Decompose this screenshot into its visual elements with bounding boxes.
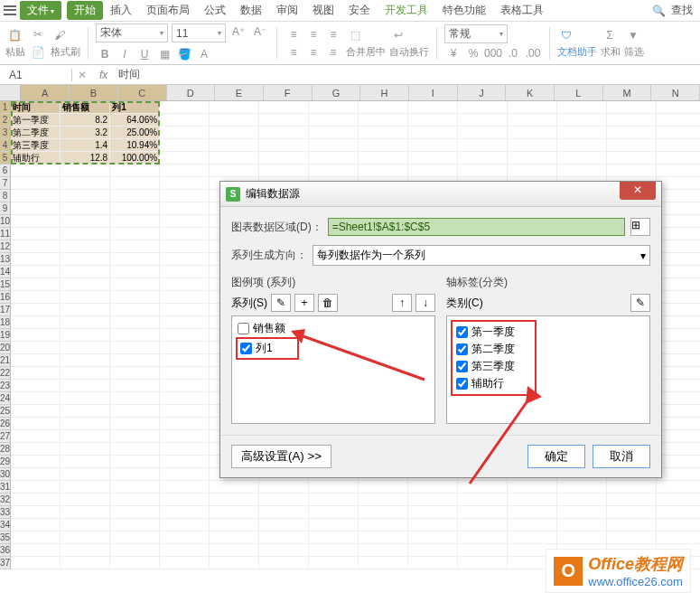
- cell[interactable]: [11, 405, 61, 418]
- cell[interactable]: [309, 152, 359, 165]
- cell[interactable]: [657, 456, 700, 468]
- category-item[interactable]: 第一季度: [454, 324, 533, 341]
- cell[interactable]: [61, 228, 110, 240]
- col-header[interactable]: N: [651, 85, 700, 100]
- cell[interactable]: [309, 519, 359, 531]
- doc-helper-icon[interactable]: 🛡: [557, 27, 575, 43]
- cell[interactable]: [657, 190, 700, 202]
- cell[interactable]: [11, 165, 61, 177]
- cell[interactable]: [61, 544, 110, 557]
- cell[interactable]: [309, 139, 359, 152]
- cell[interactable]: [11, 443, 61, 456]
- cell[interactable]: [309, 114, 359, 127]
- currency-icon[interactable]: ¥: [444, 45, 462, 61]
- cell[interactable]: [160, 291, 210, 304]
- cell[interactable]: [210, 101, 259, 114]
- cell[interactable]: [61, 253, 110, 266]
- cell[interactable]: [557, 139, 607, 152]
- cell[interactable]: [259, 101, 309, 114]
- cell[interactable]: [11, 380, 61, 392]
- cell[interactable]: [607, 506, 657, 519]
- cell[interactable]: [657, 215, 700, 228]
- series-item[interactable]: 销售额: [236, 320, 431, 337]
- cell[interactable]: [11, 468, 61, 481]
- cell[interactable]: [259, 139, 309, 152]
- cell[interactable]: [359, 557, 408, 569]
- series-item[interactable]: 列1: [238, 340, 296, 357]
- cell[interactable]: [61, 215, 110, 228]
- tab-home[interactable]: 开始: [67, 1, 103, 20]
- col-header[interactable]: C: [118, 85, 167, 100]
- tab-insert[interactable]: 插入: [103, 3, 139, 18]
- cell[interactable]: [11, 329, 61, 342]
- cell[interactable]: 8.2: [61, 114, 110, 127]
- cell[interactable]: [110, 418, 160, 430]
- align-left-icon[interactable]: ≡: [285, 44, 303, 61]
- cell[interactable]: [11, 240, 61, 253]
- paste-icon[interactable]: 📋: [5, 27, 23, 43]
- cancel-button[interactable]: 取消: [593, 445, 650, 468]
- row-header[interactable]: 1: [0, 101, 10, 114]
- cell[interactable]: [657, 152, 700, 165]
- cell[interactable]: [309, 101, 359, 114]
- cell[interactable]: [607, 494, 657, 506]
- cell[interactable]: [657, 380, 700, 392]
- cell[interactable]: [458, 544, 508, 557]
- cell[interactable]: [607, 481, 657, 494]
- cell[interactable]: [359, 494, 408, 506]
- cell[interactable]: [110, 354, 160, 367]
- cell[interactable]: [110, 430, 160, 443]
- dialog-titlebar[interactable]: S 编辑数据源 ✕: [220, 182, 661, 207]
- cell[interactable]: [309, 481, 359, 494]
- cell[interactable]: [259, 557, 309, 569]
- cell[interactable]: [61, 240, 110, 253]
- cell[interactable]: [210, 139, 259, 152]
- cell[interactable]: [408, 544, 458, 557]
- underline-icon[interactable]: U: [135, 46, 154, 62]
- range-picker-button[interactable]: ⊞: [630, 218, 650, 236]
- cell[interactable]: [11, 367, 61, 380]
- copy-icon[interactable]: 📄: [29, 44, 47, 61]
- cell[interactable]: [11, 190, 61, 202]
- cell[interactable]: [11, 418, 61, 430]
- add-series-button[interactable]: +: [294, 294, 314, 312]
- col-header[interactable]: H: [360, 85, 409, 100]
- cell[interactable]: [259, 114, 309, 127]
- row-header[interactable]: 36: [0, 544, 10, 557]
- inc-decimal-icon[interactable]: .0: [504, 45, 522, 61]
- cell[interactable]: [458, 506, 508, 519]
- cell[interactable]: [458, 127, 508, 139]
- format-painter-icon[interactable]: 🖌: [51, 27, 69, 43]
- cell[interactable]: [160, 557, 210, 569]
- cell[interactable]: [657, 367, 700, 380]
- cell[interactable]: 25.00%: [110, 127, 160, 139]
- cell[interactable]: 第二季度: [11, 127, 61, 139]
- cell[interactable]: [359, 127, 408, 139]
- cell[interactable]: [210, 506, 259, 519]
- cell[interactable]: [359, 506, 408, 519]
- row-header[interactable]: 13: [0, 253, 10, 266]
- cell[interactable]: 销售额: [61, 101, 110, 114]
- cell[interactable]: [110, 304, 160, 316]
- cell[interactable]: [61, 367, 110, 380]
- cell[interactable]: [110, 240, 160, 253]
- cell[interactable]: [160, 266, 210, 278]
- cell[interactable]: [160, 278, 210, 291]
- cell[interactable]: [11, 266, 61, 278]
- cell[interactable]: [259, 519, 309, 531]
- cell[interactable]: [160, 177, 210, 190]
- font-color-icon[interactable]: A: [195, 46, 213, 62]
- row-header[interactable]: 29: [0, 456, 10, 468]
- cell[interactable]: [657, 481, 700, 494]
- cell[interactable]: [259, 544, 309, 557]
- edit-series-button[interactable]: ✎: [271, 294, 291, 312]
- col-header[interactable]: J: [458, 85, 507, 100]
- cell[interactable]: [657, 202, 700, 215]
- col-header[interactable]: D: [167, 85, 216, 100]
- cell[interactable]: 第一季度: [11, 114, 61, 127]
- cell[interactable]: [61, 481, 110, 494]
- cell[interactable]: 第三季度: [11, 139, 61, 152]
- cell[interactable]: [110, 367, 160, 380]
- formula-value[interactable]: 时间: [115, 67, 140, 82]
- cell[interactable]: [408, 139, 458, 152]
